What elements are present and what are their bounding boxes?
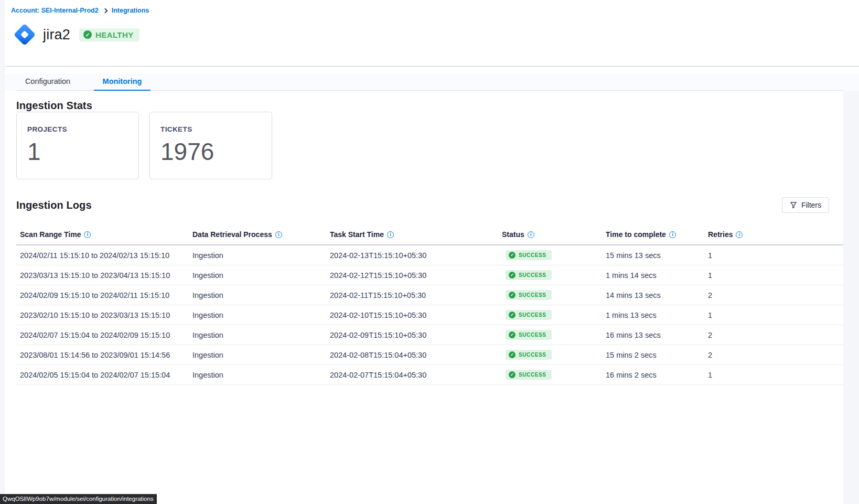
column-scan-range-time: Scan Range Time xyxy=(20,230,81,239)
stat-card-tickets: TICKETS 1976 xyxy=(149,112,272,179)
breadcrumb-integrations-link[interactable]: Integrations xyxy=(112,7,149,14)
task-start-cell: 2024-02-08T15:15:04+05:30 xyxy=(330,351,502,359)
column-task-start-time: Task Start Time xyxy=(330,230,384,239)
link-preview-status-bar: QwqOSlIWp9ob7w/module/sei/configuration/… xyxy=(0,494,157,504)
health-status-label: HEALTHY xyxy=(95,30,134,39)
status-label: SUCCESS xyxy=(519,372,546,378)
table-row[interactable]: 2024/02/09 15:15:10 to 2024/02/11 15:15:… xyxy=(16,285,843,305)
task-start-cell: 2024-02-13T15:15:10+05:30 xyxy=(330,251,502,260)
check-circle-icon xyxy=(509,272,516,278)
tab-bar: Configuration Monitoring xyxy=(5,74,859,91)
status-label: SUCCESS xyxy=(519,292,546,298)
check-circle-icon xyxy=(509,351,516,358)
task-start-cell: 2024-02-10T15:15:10+05:30 xyxy=(330,311,502,319)
time-to-complete-cell: 1 mins 14 secs xyxy=(606,271,708,280)
logs-table-header: Scan Range Time Data Retrieval Process T… xyxy=(16,224,843,245)
time-to-complete-cell: 16 mins 13 secs xyxy=(606,331,708,339)
table-row[interactable]: 2023/03/13 15:15:10 to 2023/04/13 15:15:… xyxy=(16,265,843,285)
table-row[interactable]: 2024/02/05 15:15:04 to 2024/02/07 15:15:… xyxy=(16,365,843,385)
status-label: SUCCESS xyxy=(519,332,546,338)
check-circle-icon xyxy=(509,312,516,318)
time-to-complete-cell: 1 mins 13 secs xyxy=(606,311,708,319)
process-cell: Ingestion xyxy=(192,291,330,299)
task-start-cell: 2024-02-09T15:15:10+05:30 xyxy=(330,331,502,339)
time-to-complete-cell: 16 mins 2 secs xyxy=(606,371,708,379)
scan-range-cell: 2023/08/01 15:14:56 to 2023/09/01 15:14:… xyxy=(16,351,192,359)
stat-value: 1976 xyxy=(160,140,261,164)
status-label: SUCCESS xyxy=(519,252,546,258)
tab-configuration[interactable]: Configuration xyxy=(18,74,77,91)
page-header: Account: SEI-Internal-Prod2 Integrations… xyxy=(5,0,859,74)
info-icon[interactable] xyxy=(669,231,676,238)
filters-button-label: Filters xyxy=(801,201,821,209)
check-circle-icon xyxy=(83,30,92,39)
filters-button[interactable]: Filters xyxy=(782,197,829,213)
jira-logo-icon xyxy=(11,21,38,48)
process-cell: Ingestion xyxy=(192,271,330,280)
column-time-to-complete: Time to complete xyxy=(606,230,666,239)
process-cell: Ingestion xyxy=(192,351,330,359)
scan-range-cell: 2024/02/05 15:15:04 to 2024/02/07 15:15:… xyxy=(16,371,192,379)
ingestion-logs-header: Ingestion Logs Filters xyxy=(16,197,843,213)
filter-funnel-icon xyxy=(790,201,797,209)
retries-cell: 1 xyxy=(708,251,843,260)
info-icon[interactable] xyxy=(736,231,743,238)
retries-cell: 1 xyxy=(708,371,843,379)
info-icon[interactable] xyxy=(275,231,282,238)
main-content: Ingestion Stats PROJECTS 1 TICKETS 1976 … xyxy=(5,91,843,504)
status-badge: SUCCESS xyxy=(506,310,552,320)
task-start-cell: 2024-02-07T15:15:04+05:30 xyxy=(330,371,502,379)
table-row[interactable]: 2023/02/10 15:15:10 to 2023/03/13 15:15:… xyxy=(16,305,843,325)
time-to-complete-cell: 15 mins 2 secs xyxy=(606,351,708,359)
stat-card-projects: PROJECTS 1 xyxy=(16,112,139,179)
status-label: SUCCESS xyxy=(519,272,546,278)
column-data-retrieval-process: Data Retrieval Process xyxy=(192,230,272,239)
status-badge: SUCCESS xyxy=(506,270,552,280)
status-badge: SUCCESS xyxy=(506,250,552,260)
stat-label: TICKETS xyxy=(160,125,261,133)
info-icon[interactable] xyxy=(528,231,534,238)
check-circle-icon xyxy=(509,252,516,259)
info-icon[interactable] xyxy=(387,231,394,238)
scan-range-cell: 2024/02/09 15:15:10 to 2024/02/11 15:15:… xyxy=(16,291,192,299)
scan-range-cell: 2023/03/13 15:15:10 to 2023/04/13 15:15:… xyxy=(16,271,192,280)
health-status-badge: HEALTHY xyxy=(79,28,139,41)
status-badge: SUCCESS xyxy=(506,330,552,340)
scan-range-cell: 2023/02/10 15:15:10 to 2023/03/13 15:15:… xyxy=(16,311,192,319)
task-start-cell: 2024-02-11T15:15:10+05:30 xyxy=(330,291,502,299)
time-to-complete-cell: 15 mins 13 secs xyxy=(606,251,708,260)
process-cell: Ingestion xyxy=(192,251,330,260)
process-cell: Ingestion xyxy=(192,371,330,379)
retries-cell: 2 xyxy=(708,291,843,299)
chevron-right-icon xyxy=(102,8,108,14)
scan-range-cell: 2024/02/11 15:15:10 to 2024/02/13 15:15:… xyxy=(16,251,192,260)
stat-label: PROJECTS xyxy=(27,125,128,133)
status-badge: SUCCESS xyxy=(506,370,552,380)
integration-header: jira2 HEALTHY xyxy=(11,21,139,48)
stats-cards: PROJECTS 1 TICKETS 1976 xyxy=(16,112,843,179)
tab-monitoring[interactable]: Monitoring xyxy=(94,74,151,91)
status-badge: SUCCESS xyxy=(506,290,552,300)
table-row[interactable]: 2024/02/07 15:15:04 to 2024/02/09 15:15:… xyxy=(16,325,843,345)
process-cell: Ingestion xyxy=(192,331,330,339)
time-to-complete-cell: 14 mins 13 secs xyxy=(606,291,708,299)
breadcrumb: Account: SEI-Internal-Prod2 Integrations xyxy=(11,7,149,14)
header-divider xyxy=(5,66,859,67)
check-circle-icon xyxy=(509,292,516,298)
ingestion-stats-title: Ingestion Stats xyxy=(16,100,843,112)
table-row[interactable]: 2023/08/01 15:14:56 to 2023/09/01 15:14:… xyxy=(16,345,843,365)
retries-cell: 1 xyxy=(708,271,843,280)
table-row[interactable]: 2024/02/11 15:15:10 to 2024/02/13 15:15:… xyxy=(16,245,843,265)
info-icon[interactable] xyxy=(84,231,91,238)
breadcrumb-account-link[interactable]: Account: SEI-Internal-Prod2 xyxy=(11,7,99,14)
check-circle-icon xyxy=(509,331,516,338)
retries-cell: 2 xyxy=(708,331,843,339)
process-cell: Ingestion xyxy=(192,311,330,319)
stat-value: 1 xyxy=(27,140,128,164)
status-badge: SUCCESS xyxy=(506,350,552,360)
column-status: Status xyxy=(502,230,524,239)
retries-cell: 1 xyxy=(708,311,843,319)
status-label: SUCCESS xyxy=(519,312,546,318)
page-title: jira2 xyxy=(43,27,70,43)
status-label: SUCCESS xyxy=(519,352,546,358)
